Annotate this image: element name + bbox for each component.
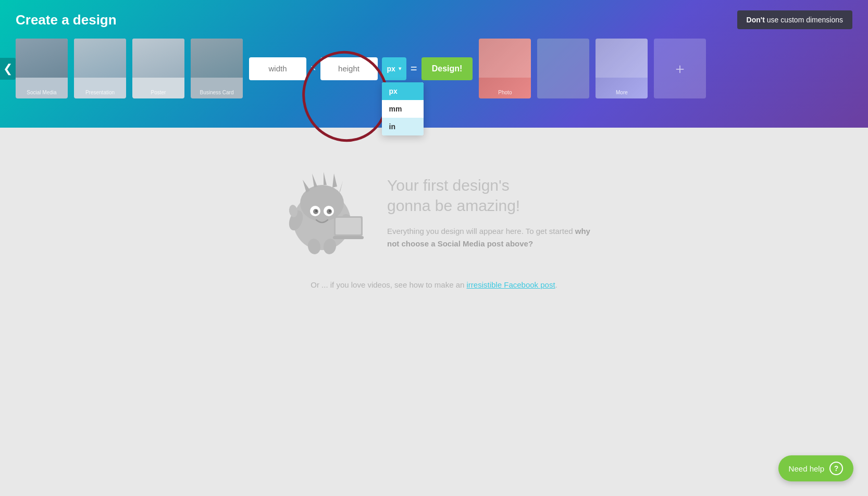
multiply-sign: ×: [311, 63, 316, 74]
empty-text-block: Your first design'sgonna be amazing! Eve…: [387, 175, 590, 250]
thumbnail-presentation[interactable]: Presentation: [74, 39, 126, 98]
thumbnail-photo[interactable]: Photo: [479, 39, 531, 98]
thumb-image-5: [479, 39, 531, 78]
empty-headline: Your first design'sgonna be amazing!: [387, 175, 590, 216]
empty-state: Your first design'sgonna be amazing! Eve…: [278, 169, 590, 289]
unit-option-mm[interactable]: mm: [382, 100, 424, 118]
mascot-area: Your first design'sgonna be amazing! Eve…: [278, 169, 590, 255]
mascot-illustration: [278, 169, 371, 255]
page-title: Create a design: [16, 12, 117, 28]
dropdown-arrow-icon: ▾: [399, 66, 401, 71]
thumbnail-poster[interactable]: Poster: [132, 39, 184, 98]
svg-marker-5: [324, 172, 327, 185]
width-input[interactable]: [249, 57, 306, 80]
svg-marker-7: [339, 181, 343, 193]
unit-option-px[interactable]: px: [382, 82, 424, 100]
thumb-image-4: [191, 39, 243, 78]
unit-dropdown: px mm in: [382, 82, 424, 135]
banner-top: Create a design Don't use custom dimensi…: [0, 10, 868, 29]
banner: Create a design Don't use custom dimensi…: [0, 0, 868, 128]
thumbnail-blog[interactable]: More: [596, 39, 648, 98]
design-button[interactable]: Design!: [421, 57, 473, 80]
period: .: [555, 280, 557, 289]
svg-marker-4: [312, 173, 317, 188]
unit-selected-label: px: [387, 65, 395, 73]
equals-sign: =: [411, 62, 417, 76]
dont-label-bold: Don't: [747, 16, 765, 24]
dimension-controls: × px ▾ px mm in = Design!: [249, 57, 473, 80]
unit-selector[interactable]: px ▾ px mm in: [382, 57, 406, 80]
thumb-label-4: Business Card: [191, 90, 243, 95]
left-arrow[interactable]: ❮: [0, 58, 16, 80]
svg-rect-19: [333, 236, 364, 239]
unit-option-in[interactable]: in: [382, 118, 424, 135]
main-content: Your first design'sgonna be amazing! Eve…: [0, 128, 868, 496]
thumbnail-social-media[interactable]: Social Media: [16, 39, 68, 98]
help-icon: ?: [829, 462, 843, 475]
thumb-image-2: [74, 39, 126, 78]
thumbnail-strip: ❮ Social Media Presentation Poster Busin…: [0, 39, 868, 98]
thumb-label-3: Poster: [132, 90, 184, 95]
svg-marker-6: [332, 173, 337, 188]
empty-subtext-normal: Everything you design will appear here. …: [387, 227, 575, 235]
thumb-image-6: [596, 39, 648, 78]
need-help-button[interactable]: Need help ?: [778, 455, 853, 481]
plus-icon: ＋: [673, 59, 687, 79]
dont-use-custom-dimensions-button[interactable]: Don't use custom dimensions: [737, 10, 852, 29]
thumbnail-add-plus[interactable]: ＋: [654, 39, 706, 98]
dont-label-rest: use custom dimensions: [765, 16, 843, 24]
thumb-image-3: [132, 39, 184, 78]
height-input[interactable]: [320, 57, 378, 80]
svg-rect-18: [336, 218, 361, 234]
thumb-label-5: Photo: [479, 90, 531, 95]
svg-marker-3: [303, 180, 310, 193]
thumb-label-6: More: [596, 90, 648, 95]
help-label: Need help: [789, 464, 824, 473]
empty-subtext: Everything you design will appear here. …: [387, 225, 590, 250]
thumbnail-placeholder-1[interactable]: [537, 39, 589, 98]
facebook-post-link[interactable]: irresistible Facebook post: [467, 280, 555, 289]
thumb-label-2: Presentation: [74, 90, 126, 95]
thumbnail-business-card[interactable]: Business Card: [191, 39, 243, 98]
svg-point-12: [315, 210, 317, 212]
thumb-label-1: Social Media: [16, 90, 68, 95]
or-text-prefix: Or ... if you love videos, see how to ma…: [311, 280, 466, 289]
thumb-image-1: [16, 39, 68, 78]
svg-point-13: [329, 210, 331, 212]
or-text: Or ... if you love videos, see how to ma…: [311, 280, 557, 289]
